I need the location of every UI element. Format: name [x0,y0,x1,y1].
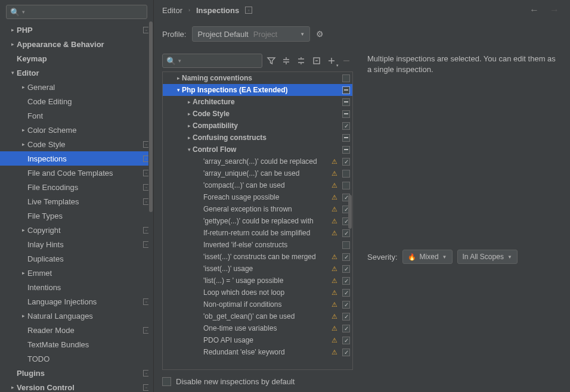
inspection-row[interactable]: 'gettype(...)' could be replaced with⚠ [163,215,352,227]
sidebar-item-todo[interactable]: TODO [0,351,153,366]
sidebar-item-duplicates[interactable]: Duplicates [0,251,153,266]
sidebar-search[interactable]: 🔍 ▾ [6,5,147,19]
inspection-row[interactable]: 'isset(...)' constructs can be merged⚠ [163,251,352,263]
sidebar-scroll-thumb[interactable] [149,21,153,212]
inspection-row[interactable]: ▾Php Inspections (EA Extended) [163,84,352,96]
expand-all-icon[interactable] [280,54,292,67]
inspection-checkbox[interactable] [342,122,350,130]
inspection-checkbox[interactable] [342,349,350,356]
sidebar-item-code-style[interactable]: ▸Code Style▫ [0,137,153,151]
collapse-all-icon[interactable] [295,54,308,67]
inspection-checkbox[interactable] [342,301,350,309]
inspection-checkbox[interactable] [342,170,350,178]
sidebar-item-inlay-hints[interactable]: Inlay Hints▫ [0,237,153,251]
settings-sidebar: 🔍 ▾ ▸PHP▫▸Appearance & BehaviorKeymap▾Ed… [0,0,154,392]
severity-row: Severity: 🔥 Mixed ▼ In All Scopes ▼ [367,250,562,264]
inspection-label: PDO API usage [203,336,332,344]
sidebar-search-input[interactable] [25,8,143,16]
sidebar-item-file-and-code-templates[interactable]: File and Code Templates▫ [0,166,153,180]
inspection-scroll-thumb[interactable] [348,195,352,229]
inspection-checkbox[interactable] [342,265,350,273]
chevron-right-icon: ▸ [8,384,17,390]
inspection-row[interactable]: ▸Naming conventions [163,72,352,84]
inspection-search[interactable]: 🔍 ▾ [162,54,262,68]
gear-icon[interactable]: ⚙ [316,29,324,39]
filter-icon[interactable] [265,54,277,67]
inspection-row[interactable]: Foreach usage possible⚠ [163,191,352,203]
sidebar-item-plugins[interactable]: Plugins▫ [0,366,153,380]
sidebar-item-live-templates[interactable]: Live Templates▫ [0,194,153,209]
inspection-checkbox[interactable] [342,337,350,344]
severity-select[interactable]: 🔥 Mixed ▼ [402,250,453,264]
sidebar-item-file-encodings[interactable]: File Encodings▫ [0,180,153,194]
inspection-row[interactable]: General exception is thrown⚠ [163,203,352,215]
inspection-row[interactable]: Loop which does not loop⚠ [163,287,352,298]
sidebar-item-emmet[interactable]: ▸Emmet [0,266,153,280]
inspection-row[interactable]: Redundant 'else' keyword⚠ [163,346,352,358]
nav-back-button[interactable]: ← [527,5,541,15]
inspection-list[interactable]: ▸Naming conventions▾Php Inspections (EA … [162,71,353,370]
chevron-down-icon: ▾ [185,147,193,153]
inspection-checkbox[interactable] [342,241,350,249]
inspection-row[interactable]: Non-optimal if conditions⚠ [163,298,352,310]
inspection-checkbox[interactable] [342,134,350,142]
inspection-row[interactable]: If-return-return could be simplified⚠ [163,227,352,239]
sidebar-item-file-types[interactable]: File Types [0,209,153,223]
sidebar-item-natural-languages[interactable]: ▸Natural Languages [0,309,153,323]
sidebar-item-inspections[interactable]: Inspections▫ [0,151,153,166]
inspection-row[interactable]: 'list(...) = ' usage possible⚠ [163,275,352,287]
inspection-checkbox[interactable] [342,158,350,166]
sidebar-item-label: Code Editing [27,97,150,106]
inspection-row[interactable]: PDO API usage⚠ [163,334,352,346]
inspection-row[interactable]: ▸Code Style [163,108,352,120]
inspection-checkbox[interactable] [342,277,350,285]
sidebar-scrollbar[interactable] [148,21,153,392]
inspection-checkbox[interactable] [342,253,350,261]
inspection-row[interactable]: 'ob_get_clean()' can be used⚠ [163,310,352,322]
inspection-row[interactable]: ▾Control Flow [163,144,352,155]
remove-icon[interactable] [340,54,353,67]
sidebar-item-intentions[interactable]: Intentions [0,280,153,294]
sidebar-item-php[interactable]: ▸PHP▫ [0,23,153,37]
profile-select[interactable]: Project Default Project ▼ [192,26,310,42]
scope-select[interactable]: In All Scopes ▼ [457,250,518,264]
sidebar-item-color-scheme[interactable]: ▸Color Scheme [0,123,153,137]
inspection-row[interactable]: 'compact(...)' can be used⚠ [163,179,352,191]
inspection-checkbox[interactable] [342,110,350,118]
sidebar-item-keymap[interactable]: Keymap [0,51,153,66]
inspection-row[interactable]: Inverted 'if-else' constructs [163,239,352,251]
inspection-checkbox[interactable] [342,313,350,321]
disable-new-checkbox[interactable] [162,377,171,386]
sidebar-item-textmate-bundles[interactable]: TextMate Bundles [0,337,153,351]
inspection-checkbox[interactable] [342,182,350,189]
sidebar-item-font[interactable]: Font [0,108,153,123]
sidebar-item-language-injections[interactable]: Language Injections▫ [0,294,153,309]
inspection-row[interactable]: 'isset(...)' usage⚠ [163,263,352,275]
inspection-checkbox[interactable] [342,146,350,154]
settings-tree[interactable]: ▸PHP▫▸Appearance & BehaviorKeymap▾Editor… [0,21,153,392]
inspection-row[interactable]: ▸Confusing constructs [163,132,352,144]
inspection-row[interactable]: 'array_search(...)' could be replaced⚠ [163,155,352,167]
sidebar-item-version-control[interactable]: ▸Version Control▫ [0,380,153,392]
sidebar-item-code-editing[interactable]: Code Editing [0,94,153,108]
add-icon[interactable]: ▾ [325,54,337,67]
chevron-right-icon: ▸ [185,135,193,141]
sidebar-item-reader-mode[interactable]: Reader Mode▫ [0,323,153,337]
inspection-row[interactable]: One-time use variables⚠ [163,322,352,334]
inspection-checkbox[interactable] [342,98,350,106]
sidebar-item-editor[interactable]: ▾Editor [0,66,153,80]
inspection-checkbox[interactable] [342,325,350,332]
reset-icon[interactable] [310,54,323,67]
inspection-row[interactable]: 'array_unique(...)' can be used⚠ [163,167,352,179]
inspection-row[interactable]: ▸Architecture [163,96,352,108]
breadcrumb-editor[interactable]: Editor [162,6,182,15]
sidebar-item-copyright[interactable]: ▸Copyright▫ [0,223,153,237]
inspection-row[interactable]: ▸Compatibility [163,120,352,132]
sidebar-item-appearance-behavior[interactable]: ▸Appearance & Behavior [0,37,153,51]
sidebar-item-general[interactable]: ▸General [0,80,153,94]
inspection-checkbox[interactable] [342,74,350,82]
inspection-checkbox[interactable] [342,86,350,94]
inspection-search-input[interactable] [181,57,258,65]
inspection-checkbox[interactable] [342,289,350,297]
inspection-checkbox[interactable] [342,229,350,237]
